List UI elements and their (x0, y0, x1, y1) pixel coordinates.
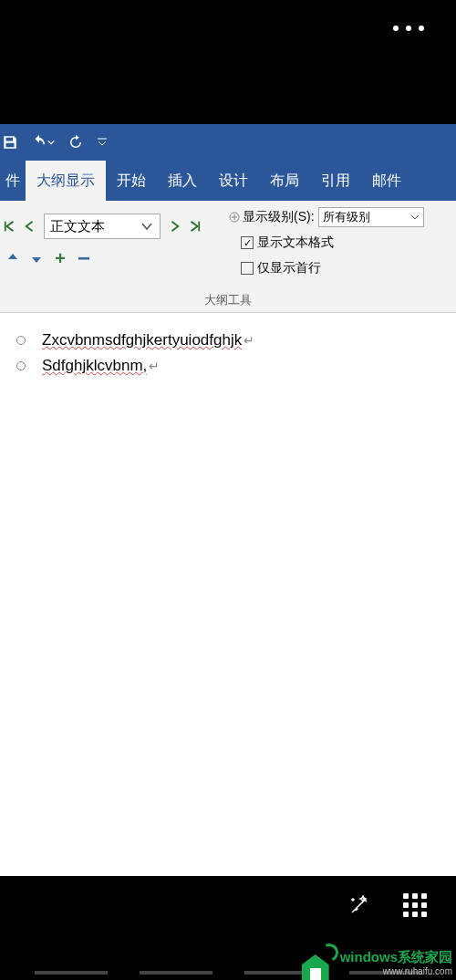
promote-top-icon[interactable] (0, 214, 20, 239)
outline-bullet-icon (16, 361, 26, 370)
chevron-down-icon (140, 219, 154, 234)
show-first-line-checkbox[interactable] (241, 262, 254, 275)
paragraph-mark-icon: ↵ (149, 359, 160, 373)
watermark: windows系统家园 www.ruhaifu.com (298, 942, 456, 980)
tab-references[interactable]: 引用 (310, 161, 361, 201)
outline-options: 显示级别(S): 所有级别 显示文本格式 仅显示首行 (228, 204, 424, 281)
chevron-down-icon (410, 213, 420, 222)
qat-customize-icon[interactable] (97, 137, 108, 148)
nav-indicator[interactable] (35, 971, 108, 975)
tab-mailings[interactable]: 邮件 (361, 161, 412, 201)
move-up-icon[interactable] (4, 249, 22, 267)
tab-design[interactable]: 设计 (208, 161, 259, 201)
show-levels-label: 显示级别(S): (243, 209, 315, 225)
document-area[interactable]: Zxcvbnmsdfghjkertyuiodfghjk ↵ Sdfghjklcv… (0, 313, 456, 379)
collapse-icon[interactable]: − (75, 249, 93, 267)
document-text[interactable]: Zxcvbnmsdfghjkertyuiodfghjk (42, 331, 242, 349)
tab-insert[interactable]: 插入 (157, 161, 208, 201)
tab-outline[interactable]: 大纲显示 (26, 161, 106, 201)
wand-icon[interactable] (347, 892, 372, 918)
ribbon-tabs: 件 大纲显示 开始 插入 设计 布局 引用 邮件 (0, 161, 456, 201)
top-status-bar (0, 0, 456, 124)
paragraph-mark-icon: ↵ (244, 333, 254, 348)
tab-layout[interactable]: 布局 (259, 161, 310, 201)
redo-icon[interactable] (67, 134, 84, 151)
quick-access-toolbar (0, 124, 456, 161)
save-icon[interactable] (2, 134, 18, 151)
level-select-value: 正文文本 (50, 218, 105, 235)
nav-indicator[interactable] (140, 971, 212, 975)
show-formatting-label: 显示文本格式 (257, 235, 334, 251)
document-text[interactable]: Sdfghjklcvbnm, (42, 357, 147, 375)
tab-file[interactable]: 件 (0, 161, 26, 201)
more-menu-icon[interactable] (393, 26, 424, 31)
ribbon-group-label: 大纲工具 (0, 292, 456, 308)
move-down-icon[interactable] (27, 249, 46, 267)
show-first-line-label: 仅显示首行 (257, 260, 321, 276)
outline-item[interactable]: Zxcvbnmsdfghjkertyuiodfghjk ↵ (0, 328, 456, 353)
expand-icon[interactable]: + (51, 249, 69, 267)
demote-body-icon[interactable] (184, 214, 204, 239)
app-grid-icon[interactable] (403, 892, 427, 918)
watermark-logo-icon (298, 942, 340, 980)
tab-home[interactable]: 开始 (106, 161, 157, 201)
undo-icon[interactable] (31, 134, 55, 151)
watermark-url: www.ruhaifu.com (340, 966, 452, 976)
expand-all-icon[interactable] (228, 211, 241, 224)
show-levels-select[interactable]: 所有级别 (318, 207, 424, 227)
ribbon-panel: 正文文本 显示级别(S): 所有级别 显示文本格式 仅显示首行 (0, 201, 456, 313)
promote-icon[interactable] (20, 214, 40, 239)
show-formatting-checkbox[interactable] (241, 236, 254, 249)
watermark-text: windows系统家园 (340, 949, 452, 966)
demote-icon[interactable] (164, 214, 184, 239)
show-levels-value: 所有级别 (323, 209, 370, 225)
outline-bullet-icon (16, 336, 26, 345)
outline-level-select[interactable]: 正文文本 (44, 214, 161, 239)
outline-item[interactable]: Sdfghjklcvbnm, ↵ (0, 353, 456, 379)
bottom-bar: windows系统家园 www.ruhaifu.com (0, 876, 456, 980)
